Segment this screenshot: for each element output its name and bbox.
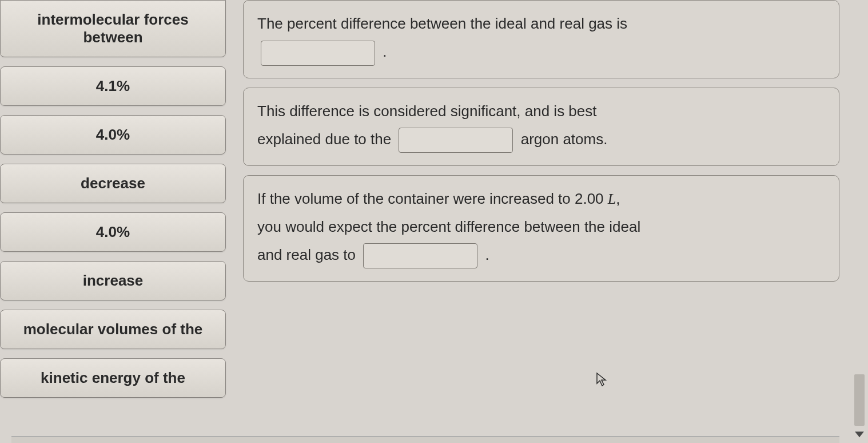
- answer-tile-intermolecular[interactable]: intermolecular forces between: [0, 0, 226, 57]
- answer-tile-decrease[interactable]: decrease: [0, 164, 226, 203]
- sentence-text: .: [383, 43, 387, 60]
- drop-slot-percent-diff[interactable]: [261, 41, 375, 66]
- bottom-panel-edge: [11, 436, 839, 443]
- sentence-text: you would expect the percent difference …: [257, 218, 640, 235]
- answer-tile-increase[interactable]: increase: [0, 261, 226, 300]
- answer-tile-4-0-percent-b[interactable]: 4.0%: [0, 212, 226, 252]
- answer-tile-4-0-percent-a[interactable]: 4.0%: [0, 115, 226, 155]
- answer-tile-kinetic-energy[interactable]: kinetic energy of the: [0, 358, 226, 398]
- answer-tile-molecular-volumes[interactable]: molecular volumes of the: [0, 310, 226, 349]
- target-block-1: The percent difference between the ideal…: [243, 0, 839, 78]
- target-block-2: This difference is considered significan…: [243, 88, 839, 166]
- drop-slot-explanation[interactable]: [399, 128, 513, 153]
- sentence-text: The percent difference between the ideal…: [257, 15, 627, 32]
- sentence-text: If the volume of the container were incr…: [257, 190, 608, 207]
- unit-liter: L: [608, 191, 616, 207]
- answer-tile-4-1-percent[interactable]: 4.1%: [0, 66, 226, 106]
- sentence-text: ,: [616, 190, 620, 207]
- target-area: The percent difference between the ideal…: [243, 0, 868, 443]
- sentence-text: and real gas to: [257, 246, 356, 263]
- scroll-thumb[interactable]: [854, 374, 865, 426]
- question-container: intermolecular forces between 4.1% 4.0% …: [0, 0, 868, 443]
- answer-bank: intermolecular forces between 4.1% 4.0% …: [0, 0, 226, 443]
- sentence-text: explained due to the: [257, 130, 391, 148]
- target-block-3: If the volume of the container were incr…: [243, 175, 839, 282]
- sentence-text: This difference is considered significan…: [257, 102, 597, 120]
- vertical-scrollbar[interactable]: [854, 0, 865, 443]
- drop-slot-change[interactable]: [363, 243, 477, 268]
- sentence-text: argon atoms.: [521, 130, 608, 148]
- sentence-text: .: [485, 246, 489, 263]
- scroll-down-arrow-icon[interactable]: [855, 432, 864, 437]
